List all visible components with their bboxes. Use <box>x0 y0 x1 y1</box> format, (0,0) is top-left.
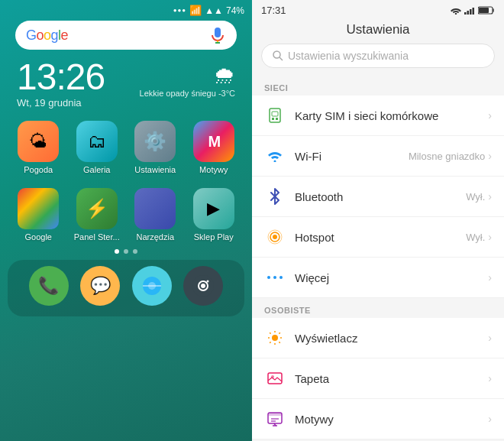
settings-title: Ustawienia <box>252 18 504 44</box>
app-galeria[interactable]: 🗂 Galeria <box>71 121 124 174</box>
clock: 13:26 <box>17 59 105 96</box>
themes-label: Motywy <box>295 413 488 426</box>
app-label-google: Google <box>25 232 52 242</box>
app-google[interactable]: Google <box>12 188 65 242</box>
app-tools[interactable]: Narzędzia <box>129 188 182 242</box>
svg-rect-39 <box>268 373 282 384</box>
bluetooth-chevron: › <box>488 190 492 203</box>
themes-chevron: › <box>488 413 492 425</box>
app-icon-gallery: 🗂 <box>76 121 118 162</box>
app-panel[interactable]: ⚡ Panel Ster... <box>71 188 124 242</box>
wallpaper-label: Tapeta <box>295 372 488 385</box>
weather-widget: 🌨 Lekkie opady śniegu -3°C <box>140 59 235 98</box>
settings-item-display[interactable]: Wyświetlacz › <box>252 318 504 358</box>
home-battery: 74% <box>226 5 244 16</box>
sim-label: Karty SIM i sieci komórkowe <box>295 109 488 122</box>
settings-item-wallpaper[interactable]: Tapeta › <box>252 358 504 399</box>
svg-rect-14 <box>473 8 475 15</box>
display-icon <box>264 327 286 349</box>
hotspot-label: Hotspot <box>295 231 466 244</box>
app-grid-row2: Google ⚡ Panel Ster... Narzędzia ▶ Sklep… <box>0 180 252 242</box>
weather-description: Lekkie opady śniegu -3°C <box>140 89 235 98</box>
app-label-themes: Motywy <box>199 165 228 174</box>
bluetooth-label: Bluetooth <box>295 190 466 203</box>
display-label: Wyświetlacz <box>295 332 488 345</box>
svg-point-24 <box>273 235 277 239</box>
settings-time: 17:31 <box>261 5 286 16</box>
hotspot-chevron: › <box>488 231 492 243</box>
svg-rect-22 <box>276 118 278 120</box>
settings-item-themes[interactable]: Motywy › <box>252 399 504 439</box>
more-icon <box>264 267 286 288</box>
svg-rect-21 <box>272 118 274 120</box>
page-dot-2 <box>124 249 128 254</box>
settings-item-wifi[interactable]: Wi-Fi Milosne gniazdko › <box>252 136 504 177</box>
hotspot-icon <box>264 226 286 248</box>
more-chevron: › <box>488 271 492 284</box>
svg-line-37 <box>279 332 279 333</box>
app-motywy[interactable]: M Motywy <box>188 121 241 174</box>
svg-point-17 <box>273 51 280 58</box>
app-icon-weather: 🌤 <box>18 121 59 162</box>
settings-search-bar[interactable]: Ustawienia wyszukiwania <box>261 44 495 68</box>
app-grid-row1: 🌤 Pogoda 🗂 Galeria ⚙️ Ustawienia M Motyw… <box>0 113 252 174</box>
settings-status-bar: 17:31 <box>252 0 504 18</box>
settings-item-hotspot[interactable]: Hotspot Wył. › <box>252 217 504 258</box>
app-ustawienia[interactable]: ⚙️ Ustawienia <box>129 121 182 174</box>
dock-camera[interactable] <box>183 266 223 306</box>
page-indicators <box>0 249 252 254</box>
sim-chevron: › <box>488 109 492 122</box>
app-icon-google <box>18 188 59 229</box>
svg-point-10 <box>455 12 457 14</box>
svg-line-36 <box>279 342 279 342</box>
app-icon-themes: M <box>193 121 234 162</box>
svg-point-23 <box>274 161 276 163</box>
svg-rect-12 <box>467 11 470 15</box>
dock-browser[interactable] <box>132 266 172 306</box>
svg-line-35 <box>270 332 270 333</box>
dock-messages[interactable]: 💬 <box>80 266 120 306</box>
search-icon <box>273 50 283 61</box>
sim-icon <box>264 105 286 126</box>
weather-icon: 🌨 <box>214 63 235 89</box>
settings-item-more[interactable]: Więcej › <box>252 258 504 298</box>
app-label-play: Sklep Play <box>194 232 234 242</box>
app-icon-panel: ⚡ <box>76 188 118 229</box>
google-logo: Google <box>26 28 209 44</box>
mic-icon[interactable] <box>209 27 226 44</box>
more-label: Więcej <box>295 271 488 284</box>
app-label-gallery: Galeria <box>83 165 110 174</box>
date: Wt, 19 grudnia <box>17 97 105 109</box>
svg-point-29 <box>279 276 283 279</box>
svg-rect-11 <box>464 12 467 15</box>
home-wifi-icon: 📶 <box>189 5 202 16</box>
dock-phone[interactable]: 📞 <box>29 266 69 306</box>
svg-rect-0 <box>215 28 221 37</box>
settings-item-bluetooth[interactable]: Bluetooth Wył. › <box>252 177 504 217</box>
app-play[interactable]: ▶ Sklep Play <box>188 188 241 242</box>
settings-item-sim[interactable]: Karty SIM i sieci komórkowe › <box>252 96 504 136</box>
settings-status-icons <box>451 6 495 15</box>
wallpaper-icon <box>264 368 286 389</box>
bluetooth-icon <box>264 186 286 207</box>
bottom-dock: 📞 💬 <box>8 260 244 316</box>
hotspot-value: Wył. <box>466 232 485 243</box>
battery-status-icon <box>478 6 495 15</box>
bluetooth-value: Wył. <box>466 191 485 203</box>
svg-rect-42 <box>268 413 282 416</box>
section-sieci: SIECI <box>252 76 504 96</box>
home-signal-dots: ●●● <box>173 7 187 14</box>
wallpaper-chevron: › <box>488 372 492 384</box>
svg-rect-16 <box>479 8 489 13</box>
home-screen: ●●● 📶 ▲▲ 74% Google 13:26 Wt, 19 grudnia… <box>0 0 252 441</box>
search-placeholder: Ustawienia wyszukiwania <box>288 50 409 62</box>
google-search-bar[interactable]: Google <box>15 21 237 50</box>
svg-point-30 <box>272 335 278 341</box>
app-pogoda[interactable]: 🌤 Pogoda <box>12 121 65 174</box>
settings-screen: 17:31 Ustawienia <box>252 0 504 441</box>
app-icon-tools <box>134 188 176 229</box>
svg-point-27 <box>267 276 270 279</box>
wifi-value: Milosne gniazdko <box>409 151 485 162</box>
settings-list: SIECI Karty SIM i sieci komórkowe › <box>252 76 504 441</box>
themes-icon <box>264 408 286 430</box>
